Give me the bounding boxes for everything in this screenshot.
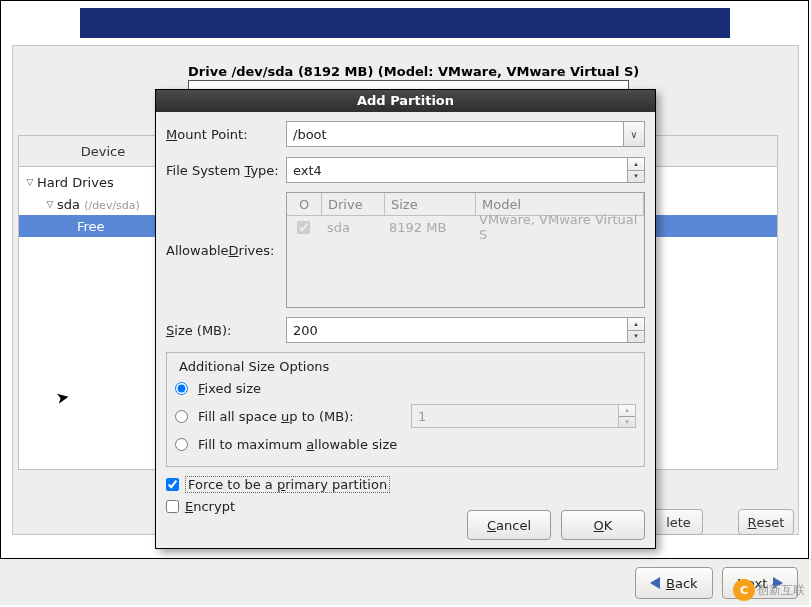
installer-banner bbox=[80, 8, 730, 38]
encrypt-input[interactable] bbox=[166, 500, 179, 513]
drives-col-drive[interactable]: Drive bbox=[322, 193, 385, 215]
cancel-button[interactable]: Cancel bbox=[467, 510, 551, 540]
watermark-icon: C bbox=[733, 579, 755, 601]
drive-row-checkbox bbox=[297, 221, 310, 234]
chevron-down-icon[interactable]: ∨ bbox=[623, 122, 644, 146]
add-partition-dialog: Add Partition Mount Point: /boot ∨ File … bbox=[155, 89, 656, 549]
reset-button[interactable]: Reset bbox=[738, 509, 794, 535]
combo-stepper-icon[interactable]: ▴▾ bbox=[627, 158, 644, 182]
mount-point-row: Mount Point: /boot ∨ bbox=[166, 120, 645, 148]
allowable-drives-label: Allowable Drives: bbox=[166, 192, 286, 308]
watermark: C创新互联 bbox=[733, 579, 805, 601]
drives-col-size[interactable]: Size bbox=[385, 193, 476, 215]
size-spinner[interactable]: 200 ▴▾ bbox=[286, 317, 645, 343]
force-primary-checkbox[interactable]: Force to be a primary partition bbox=[166, 473, 645, 495]
drives-table-row[interactable]: sda 8192 MB VMware, VMware Virtual S bbox=[287, 216, 644, 238]
radio-fill-up-input[interactable] bbox=[175, 410, 188, 423]
drive-summary-label: Drive /dev/sda (8192 MB) (Model: VMware,… bbox=[188, 64, 639, 79]
size-label: Size (MB): bbox=[166, 323, 286, 338]
wizard-nav-bar: Back Next bbox=[0, 558, 809, 605]
force-primary-input[interactable] bbox=[166, 478, 179, 491]
drives-col-check[interactable]: O bbox=[287, 193, 322, 215]
radio-fill-max[interactable]: Fill to maximum allowable size bbox=[175, 430, 636, 458]
radio-fill-up-to[interactable]: Fill all space up to (MB): 1 ▴▾ bbox=[175, 402, 636, 430]
radio-fixed-input[interactable] bbox=[175, 382, 188, 395]
allowable-drives-row: Allowable Drives: O Drive Size Model sda… bbox=[166, 192, 645, 308]
expander-icon[interactable]: ▽ bbox=[45, 199, 55, 209]
radio-fill-max-input[interactable] bbox=[175, 438, 188, 451]
additional-size-fieldset: Additional Size Options Fixed size Fill … bbox=[166, 352, 645, 467]
fs-type-row: File System Type: ext4 ▴▾ bbox=[166, 156, 645, 184]
spinner-buttons-icon: ▴▾ bbox=[618, 405, 635, 427]
spinner-buttons-icon[interactable]: ▴▾ bbox=[627, 318, 644, 342]
radio-fixed-size[interactable]: Fixed size bbox=[175, 374, 636, 402]
arrow-left-icon bbox=[650, 577, 660, 589]
additional-size-legend: Additional Size Options bbox=[175, 359, 333, 374]
fill-up-spinner: 1 ▴▾ bbox=[411, 404, 636, 428]
mount-point-label: Mount Point: bbox=[166, 127, 286, 142]
expander-icon[interactable]: ▽ bbox=[25, 177, 35, 187]
ok-button[interactable]: OK bbox=[561, 510, 645, 540]
fs-type-label: File System Type: bbox=[166, 163, 286, 178]
fs-type-combo[interactable]: ext4 ▴▾ bbox=[286, 157, 645, 183]
allowable-drives-table[interactable]: O Drive Size Model sda 8192 MB VMware, V… bbox=[286, 192, 645, 308]
mount-point-combo[interactable]: /boot ∨ bbox=[286, 121, 645, 147]
dialog-titlebar[interactable]: Add Partition bbox=[156, 90, 655, 112]
size-row: Size (MB): 200 ▴▾ bbox=[166, 316, 645, 344]
delete-button[interactable]: lete bbox=[655, 509, 703, 535]
back-button[interactable]: Back bbox=[635, 567, 713, 599]
